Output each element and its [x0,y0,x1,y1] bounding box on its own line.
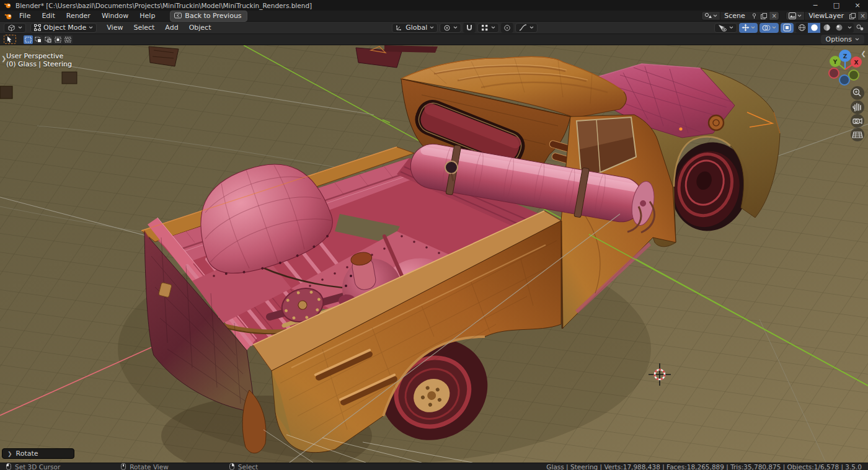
menu-add[interactable]: Add [161,23,182,32]
material-sphere-icon [823,24,831,32]
operator-panel-label: Rotate [16,450,38,458]
keymap-hint-lmb: Set 3D Cursor [6,463,60,470]
chevron-down-icon [713,14,717,17]
scene-name[interactable]: Scene [720,12,749,20]
proportional-editing-toggle[interactable] [501,23,513,33]
back-to-previous-button[interactable]: Back to Previous [170,11,247,22]
shading-material-button[interactable] [820,23,833,33]
shading-rendered-button[interactable] [833,23,845,33]
keymap-hint-rmb: Select [229,463,258,470]
menu-select[interactable]: Select [129,23,159,32]
tool-settings-bar: Options [0,34,868,45]
back-screen-icon [174,12,182,19]
pivot-icon [443,24,451,32]
object-visibility-dropdown[interactable] [714,23,737,33]
chevron-down-icon [729,26,733,29]
select-mode-extend-button[interactable] [33,35,43,44]
pin-icon[interactable] [749,12,759,20]
viewport-editor-icon [7,24,16,32]
menu-object[interactable]: Object [185,23,216,32]
chevron-down-icon [430,26,434,29]
chevron-down-icon [855,38,859,41]
new-viewlayer-button[interactable] [848,12,857,20]
select-mode-intersect-button[interactable] [63,35,73,44]
xray-toggle[interactable] [781,23,794,33]
operator-panel-rotate[interactable]: ❯ Rotate [2,448,74,459]
sidebar-expand-arrow[interactable]: ❮ [861,50,866,57]
scene-icon [704,12,712,19]
menu-help[interactable]: Help [135,11,160,21]
select-mode-set-button[interactable] [24,35,33,44]
chevron-down-icon [18,26,22,29]
show-overlays-toggle[interactable] [760,23,779,33]
mode-dropdown[interactable]: Object Mode [30,23,97,33]
viewport-header: Object Mode View Select Add Object Globa… [0,22,868,34]
transform-orientation-dropdown[interactable]: Global [392,23,438,33]
menu-window[interactable]: Window [97,11,133,21]
select-mode-invert-button[interactable] [53,35,63,44]
cursor-arrow-icon [7,36,13,43]
hint-label: Set 3D Cursor [15,463,60,470]
chevron-down-icon [453,26,458,29]
chevron-down-icon [529,26,534,29]
3d-viewport[interactable]: Z Y X User Perspective (0) Glass | Stee [0,45,868,463]
title-bar: Blender* [C:\Users\bazil\Documents\Proje… [0,0,868,11]
editor-type-dropdown[interactable] [4,23,26,33]
magnet-icon [466,24,473,32]
menu-view[interactable]: View [102,23,127,32]
menu-file[interactable]: File [14,11,35,21]
shading-wireframe-button[interactable] [795,23,808,33]
snap-with-dropdown[interactable] [477,23,499,33]
proportional-falloff-dropdown[interactable] [515,23,538,33]
gizmo-axis-z-neg[interactable] [839,75,849,85]
chevron-down-icon [797,14,802,17]
overlays-icon [762,24,771,32]
options-dropdown[interactable]: Options [821,35,864,44]
gizmo-z-label: Z [843,53,848,60]
pan-hand-button[interactable] [851,100,864,114]
new-scene-button[interactable] [759,12,769,20]
browse-scene-button[interactable] [702,12,720,20]
scene-statistics: Glass | Steering | Verts:17,988,438 | Fa… [546,463,862,470]
toolbar-expand-arrow[interactable]: ❯ [1,55,6,62]
viewport-canvas[interactable]: Z Y X [0,45,868,463]
select-mode-subtract-button[interactable] [43,35,53,44]
menu-edit[interactable]: Edit [37,11,60,21]
options-label: Options [826,35,852,43]
chevron-down-icon [848,26,852,29]
gizmo-axis-x-neg[interactable] [829,68,839,78]
viewlayer-name[interactable]: ViewLayer [805,12,848,20]
zoom-button[interactable] [851,86,864,100]
pivot-point-dropdown[interactable] [440,23,461,33]
orientation-global-icon [396,24,403,31]
orientation-label: Global [405,24,427,32]
maximize-button[interactable]: □ [826,0,847,11]
chevron-down-icon [751,26,755,29]
active-tool-tweak-button[interactable] [4,35,16,44]
viewlayer-icon [789,12,796,19]
active-object-label: (0) Glass | Steering [6,60,72,68]
browse-viewlayer-button[interactable] [786,12,805,20]
blender-logo-icon[interactable] [4,12,13,20]
snap-toggle[interactable] [463,23,476,33]
unlink-scene-button[interactable]: × [769,12,779,20]
shading-solid-button[interactable] [808,23,820,33]
render-preview-icon[interactable] [856,24,864,32]
close-button[interactable]: × [847,0,868,11]
menu-render[interactable]: Render [61,11,95,21]
view-perspective-label: User Perspective [6,52,63,60]
gizmo-axis-y-neg[interactable] [849,70,859,80]
mouse-left-icon [6,463,11,470]
orthographic-toggle-button[interactable] [851,128,864,141]
object-mode-icon [34,24,41,31]
remove-viewlayer-button[interactable]: × [857,12,867,20]
gas-cap [709,115,724,130]
shading-dropdown[interactable] [845,23,854,33]
window-title: Blender* [C:\Users\bazil\Documents\Proje… [16,2,312,9]
show-gizmo-toggle[interactable] [739,23,758,33]
wireframe-sphere-icon [798,24,806,32]
falloff-curve-icon [519,24,527,31]
minimize-button[interactable]: ─ [805,0,826,11]
camera-view-button[interactable] [851,114,864,128]
chevron-down-icon [491,26,495,29]
